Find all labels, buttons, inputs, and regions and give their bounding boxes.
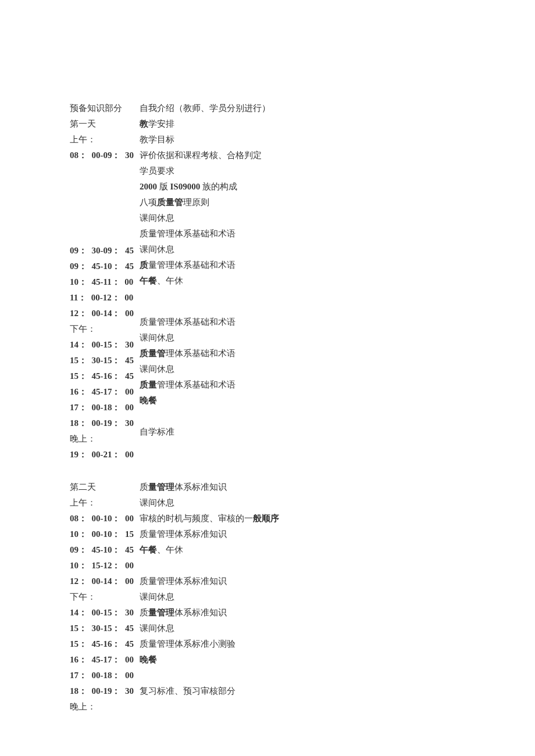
text-segment: 午餐	[140, 545, 157, 554]
schedule-left-line: 上午：	[70, 495, 140, 511]
schedule-right-line: 审核的时机与频度、审核的一般顺序	[140, 511, 454, 526]
text-segment: 晚餐	[140, 655, 157, 664]
schedule-left-line: 预备知识部分	[70, 101, 140, 116]
text-segment: 自我介绍（教师、学员分别进行）	[140, 103, 270, 113]
text-segment: 质量管理体系基础和术语	[140, 317, 236, 327]
schedule-right-line: 课间休息	[140, 361, 454, 377]
schedule-left-line: 16： 45-17： 00	[70, 652, 140, 668]
schedule-left-line: 17： 00-18： 00	[70, 400, 140, 415]
schedule-right-line: 质量管理体系基础和术语	[140, 257, 454, 273]
schedule-right-line: 质量管理体系标准知识	[140, 479, 454, 495]
text-segment: 课间休息	[140, 213, 174, 223]
text-segment: 复习标准、预习审核部分	[140, 686, 236, 696]
schedule-left-line: 10： 15-12： 00	[70, 558, 140, 574]
right-col-block-6: 复习标准、预习审核部分	[140, 683, 454, 699]
schedule-left-line: 10： 45-11： 00	[70, 274, 140, 290]
schedule-right-line: 课间休息	[140, 621, 454, 636]
text-segment: 学安排	[148, 119, 174, 128]
schedule-left-line: 下午：	[70, 321, 140, 337]
text-segment: 2000	[140, 182, 157, 191]
text-segment: 质量管理体系标准知识	[140, 529, 227, 539]
text: 下午：	[70, 324, 96, 334]
schedule-left-line: 11： 00-12： 00	[70, 290, 140, 306]
schedule-left-line: 12： 00-14： 00	[70, 574, 140, 589]
text-segment: 质	[140, 260, 148, 270]
schedule-left-line: 08： 00-10： 00	[70, 511, 140, 526]
schedule-left-line: 18： 00-19： 30	[70, 415, 140, 431]
schedule-right-line: 八项质量管理原则	[140, 195, 454, 210]
text-segment: 族的构成	[200, 182, 237, 191]
text-segment: 评价依据和课程考核、合格判定	[140, 151, 262, 160]
schedule-left-line: 18： 00-19： 30	[70, 683, 140, 699]
right-col-block-4: 质量管理体系标准知识课间休息审核的时机与频度、审核的一般顺序质量管理体系标准知识…	[140, 479, 454, 558]
left-col-block-3: 第二天上午：08： 00-10： 0010： 00-10： 1509： 45-1…	[70, 479, 140, 715]
schedule-right-line: 评价依据和课程考核、合格判定	[140, 148, 454, 163]
text-segment: 质量管理体系标准小测验	[140, 639, 236, 648]
text-segment: 自学标准	[140, 427, 174, 436]
text-segment: 课间休息	[140, 624, 174, 633]
schedule-right-line: 质量管理体系基础和术语	[140, 314, 454, 330]
text-segment: 质量管	[157, 198, 183, 207]
schedule-right-line: 复习标准、预习审核部分	[140, 683, 454, 699]
schedule-right-line: 晚餐	[140, 652, 454, 668]
text-segment: 课间休息	[140, 245, 174, 254]
text-segment: 质量管	[140, 349, 166, 358]
schedule-right-line: 课间休息	[140, 242, 454, 257]
schedule-right-line: 质量管理体系标准小测验	[140, 636, 454, 652]
left-col-block-1: 预备知识部分第一天上午：08： 00-09： 30	[70, 101, 140, 163]
text-segment: 理原则	[183, 198, 209, 207]
text-segment: 课间休息	[140, 333, 174, 342]
schedule-right-line: 晚餐	[140, 393, 454, 409]
text-segment: 版	[157, 182, 170, 191]
schedule-left-line: 16： 45-17： 00	[70, 384, 140, 400]
right-col-block-5: 质量管理体系标准知识课间休息质量管理体系标准知识课间休息质量管理体系标准小测验晚…	[140, 574, 454, 668]
schedule-left-line: 15： 30-15： 45	[70, 353, 140, 368]
text-segment: 学员要求	[140, 166, 174, 175]
schedule-left-line: 14： 00-15： 30	[70, 605, 140, 621]
schedule-right-line: 午餐、午休	[140, 542, 454, 558]
text: 预备知识部分	[70, 103, 122, 113]
text-segment: IS09000	[170, 182, 201, 191]
schedule-right-line: 自我介绍（教师、学员分别进行）	[140, 101, 454, 116]
text: 上午：	[70, 498, 96, 507]
text-segment: 管理体系基础和术语	[157, 380, 236, 389]
schedule-left-line: 09： 30-09： 45	[70, 243, 140, 259]
text-segment: 量管理	[148, 482, 174, 492]
right-col-block-3: 自学标准	[140, 424, 454, 440]
document-page: 预备知识部分第一天上午：08： 00-09： 30 09： 30-09： 450…	[0, 0, 535, 756]
text-segment: 晚餐	[140, 396, 157, 405]
schedule-left-line: 15： 45-16： 45	[70, 368, 140, 384]
schedule-right-line: 课间休息	[140, 210, 454, 226]
schedule-right-line: 教学安排	[140, 116, 454, 132]
schedule-left-line: 10： 00-10： 15	[70, 526, 140, 542]
text: 第二天	[70, 482, 96, 492]
text-segment: 体系标准知识	[174, 482, 227, 492]
text-segment: 体系标准知识	[174, 608, 227, 617]
schedule-left-line: 第二天	[70, 479, 140, 495]
schedule-left-line: 晚上：	[70, 699, 140, 715]
schedule-left-line: 上午：	[70, 132, 140, 148]
text-segment: 质	[140, 608, 148, 617]
text-segment: 质	[140, 482, 148, 492]
schedule-right-line: 自学标准	[140, 424, 454, 440]
text-segment: 审核的时机与频度、审核的一	[140, 514, 253, 523]
text-segment: 般顺序	[253, 514, 279, 523]
text-segment: 教学目标	[140, 135, 174, 144]
schedule-left-line: 15： 45-16： 45	[70, 636, 140, 652]
text: 晚上：	[70, 434, 96, 443]
text-segment: 理体系基础和术语	[166, 349, 236, 358]
schedule-left-line: 第一天	[70, 116, 140, 132]
text-segment: 午餐	[140, 276, 157, 285]
right-col-block-1: 自我介绍（教师、学员分别进行）教学安排教学目标评价依据和课程考核、合格判定学员要…	[140, 101, 454, 289]
text-segment: 量管理	[148, 608, 174, 617]
schedule-left-line: 19： 00-21： 00	[70, 447, 140, 463]
text-segment: 、午休	[157, 545, 183, 554]
text-segment: 八项	[140, 198, 157, 207]
schedule-left-line: 晚上：	[70, 431, 140, 447]
text: 上午：	[70, 135, 96, 144]
text-segment: 、午休	[157, 276, 183, 285]
schedule-left-line: 08： 00-09： 30	[70, 148, 140, 163]
text: 第一天	[70, 119, 96, 128]
schedule-right-line: 课间休息	[140, 330, 454, 346]
schedule-right-line: 课间休息	[140, 495, 454, 511]
